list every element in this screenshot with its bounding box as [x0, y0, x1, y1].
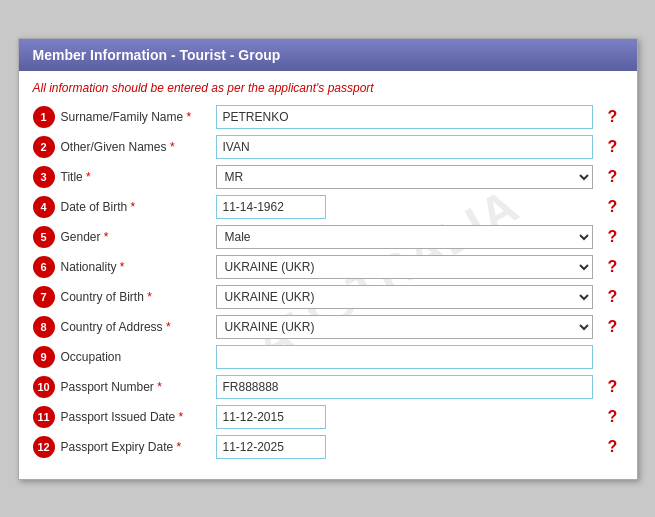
field-input-wrap-12 [216, 435, 593, 459]
select-5[interactable]: MaleFemale [216, 225, 593, 249]
row-num-12: 12 [33, 436, 55, 458]
field-label-8: Country of Address * [61, 320, 216, 334]
row-num-2: 2 [33, 136, 55, 158]
required-marker: * [117, 260, 125, 274]
help-btn-6[interactable]: ? [603, 258, 623, 276]
notice-text: All information should be entered as per… [33, 81, 623, 95]
required-marker: * [173, 440, 181, 454]
field-input-wrap-8: UKRAINE (UKR) [216, 315, 593, 339]
field-input-wrap-5: MaleFemale [216, 225, 593, 249]
form-row-8: 8Country of Address *UKRAINE (UKR)? [33, 315, 623, 339]
field-input-wrap-7: UKRAINE (UKR) [216, 285, 593, 309]
input-12[interactable] [216, 435, 326, 459]
row-num-4: 4 [33, 196, 55, 218]
form-row-3: 3Title *MRMRSMSDR? [33, 165, 623, 189]
form-row-12: 12Passport Expiry Date *? [33, 435, 623, 459]
form-row-5: 5Gender *MaleFemale? [33, 225, 623, 249]
help-btn-10[interactable]: ? [603, 378, 623, 396]
form-row-4: 4Date of Birth *? [33, 195, 623, 219]
input-11[interactable] [216, 405, 326, 429]
required-marker: * [175, 410, 183, 424]
help-btn-8[interactable]: ? [603, 318, 623, 336]
form-row-11: 11Passport Issued Date *? [33, 405, 623, 429]
required-marker: * [154, 380, 162, 394]
field-input-wrap-3: MRMRSMSDR [216, 165, 593, 189]
row-num-5: 5 [33, 226, 55, 248]
help-btn-11[interactable]: ? [603, 408, 623, 426]
form-row-1: 1Surname/Family Name *? [33, 105, 623, 129]
required-marker: * [163, 320, 171, 334]
help-btn-5[interactable]: ? [603, 228, 623, 246]
help-btn-4[interactable]: ? [603, 198, 623, 216]
required-marker: * [144, 290, 152, 304]
row-num-8: 8 [33, 316, 55, 338]
select-3[interactable]: MRMRSMSDR [216, 165, 593, 189]
form-rows: 1Surname/Family Name *?2Other/Given Name… [33, 105, 623, 459]
select-7[interactable]: UKRAINE (UKR) [216, 285, 593, 309]
field-label-9: Occupation [61, 350, 216, 364]
required-marker: * [83, 170, 91, 184]
row-num-11: 11 [33, 406, 55, 428]
form-row-7: 7Country of Birth *UKRAINE (UKR)? [33, 285, 623, 309]
help-btn-12[interactable]: ? [603, 438, 623, 456]
form-row-10: 10Passport Number *? [33, 375, 623, 399]
row-num-3: 3 [33, 166, 55, 188]
field-input-wrap-1 [216, 105, 593, 129]
input-2[interactable] [216, 135, 593, 159]
input-10[interactable] [216, 375, 593, 399]
input-9[interactable] [216, 345, 593, 369]
header-title: Member Information - Tourist - Group [33, 47, 281, 63]
row-num-1: 1 [33, 106, 55, 128]
field-input-wrap-2 [216, 135, 593, 159]
form-body: AUSTRALIA All information should be ente… [19, 71, 637, 479]
input-4[interactable] [216, 195, 326, 219]
row-num-7: 7 [33, 286, 55, 308]
required-marker: * [101, 230, 109, 244]
field-label-1: Surname/Family Name * [61, 110, 216, 124]
row-num-10: 10 [33, 376, 55, 398]
required-marker: * [127, 200, 135, 214]
form-row-2: 2Other/Given Names *? [33, 135, 623, 159]
row-num-9: 9 [33, 346, 55, 368]
help-btn-7[interactable]: ? [603, 288, 623, 306]
field-input-wrap-4 [216, 195, 593, 219]
form-row-6: 6Nationality *UKRAINE (UKR)? [33, 255, 623, 279]
field-label-5: Gender * [61, 230, 216, 244]
row-num-6: 6 [33, 256, 55, 278]
field-label-3: Title * [61, 170, 216, 184]
help-btn-3[interactable]: ? [603, 168, 623, 186]
field-label-12: Passport Expiry Date * [61, 440, 216, 454]
input-1[interactable] [216, 105, 593, 129]
form-row-9: 9Occupation [33, 345, 623, 369]
select-6[interactable]: UKRAINE (UKR) [216, 255, 593, 279]
field-input-wrap-6: UKRAINE (UKR) [216, 255, 593, 279]
field-label-2: Other/Given Names * [61, 140, 216, 154]
field-input-wrap-9 [216, 345, 593, 369]
select-8[interactable]: UKRAINE (UKR) [216, 315, 593, 339]
field-input-wrap-11 [216, 405, 593, 429]
required-marker: * [167, 140, 175, 154]
main-container: Member Information - Tourist - Group AUS… [18, 38, 638, 480]
field-label-4: Date of Birth * [61, 200, 216, 214]
form-content: All information should be entered as per… [33, 81, 623, 459]
field-label-10: Passport Number * [61, 380, 216, 394]
field-label-11: Passport Issued Date * [61, 410, 216, 424]
help-btn-1[interactable]: ? [603, 108, 623, 126]
form-header: Member Information - Tourist - Group [19, 39, 637, 71]
field-input-wrap-10 [216, 375, 593, 399]
required-marker: * [183, 110, 191, 124]
help-btn-2[interactable]: ? [603, 138, 623, 156]
field-label-7: Country of Birth * [61, 290, 216, 304]
field-label-6: Nationality * [61, 260, 216, 274]
